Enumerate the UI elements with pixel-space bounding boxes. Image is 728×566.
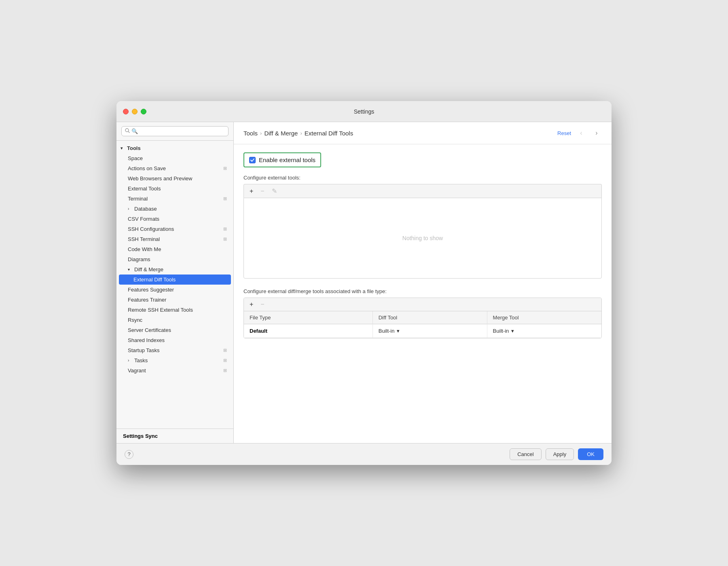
sidebar: ▾ Tools Space Actions on Save ⊞ Web Brow… [116, 122, 234, 443]
merge-tool-chevron-icon: ▾ [511, 328, 514, 334]
diff-tool-chevron-icon: ▾ [397, 328, 400, 334]
sidebar-item-tools[interactable]: ▾ Tools [116, 143, 233, 153]
merge-tool-select[interactable]: Built-in ▾ [493, 328, 514, 334]
sidebar-item-label: SSH Configurations [128, 226, 174, 232]
sidebar-item-web-browsers[interactable]: Web Browsers and Preview [116, 173, 233, 184]
col-header-diff-tool: Diff Tool [372, 311, 487, 324]
main-header: Tools › Diff & Merge › External Diff Too… [234, 122, 612, 144]
sidebar-item-label: Terminal [128, 196, 148, 202]
sidebar-item-label: SSH Terminal [128, 236, 160, 242]
grid-icon: ⊞ [223, 226, 227, 232]
sidebar-item-tasks[interactable]: › Tasks ⊞ [116, 355, 233, 365]
edit-tool-button[interactable]: ✎ [270, 186, 279, 196]
sidebar-item-diff-merge[interactable]: ▾ Diff & Merge [116, 264, 233, 275]
minimize-button[interactable] [132, 109, 138, 114]
sidebar-item-actions-on-save[interactable]: Actions on Save ⊞ [116, 163, 233, 173]
breadcrumb-sep-1: › [260, 130, 262, 136]
breadcrumb: Tools › Diff & Merge › External Diff Too… [243, 130, 353, 137]
chevron-right-icon: › [128, 207, 133, 211]
sidebar-item-features-suggester[interactable]: Features Suggester [116, 285, 233, 295]
reset-button[interactable]: Reset [557, 130, 571, 136]
grid-icon: ⊞ [223, 166, 227, 171]
sidebar-item-ssh-configurations[interactable]: SSH Configurations ⊞ [116, 224, 233, 234]
apply-button[interactable]: Apply [546, 448, 574, 460]
chevron-right-icon: › [128, 358, 133, 363]
table-toolbar: + − [244, 298, 601, 311]
sidebar-item-label: Diagrams [128, 256, 150, 262]
main-panel: Tools › Diff & Merge › External Diff Too… [234, 122, 612, 443]
chevron-down-icon: ▾ [121, 146, 125, 150]
configure-label: Configure external tools: [243, 175, 602, 181]
settings-sync[interactable]: Settings Sync [116, 429, 233, 443]
sidebar-item-label: Startup Tasks [128, 347, 160, 353]
remove-tool-button[interactable]: − [259, 186, 266, 196]
add-tool-button[interactable]: + [248, 186, 255, 196]
sidebar-item-code-with-me[interactable]: Code With Me [116, 244, 233, 254]
svg-line-1 [129, 132, 130, 133]
search-input-wrap[interactable] [121, 126, 229, 136]
search-input[interactable] [131, 128, 225, 134]
enable-external-tools-label: Enable external tools [259, 156, 315, 163]
sidebar-item-csv-formats[interactable]: CSV Formats [116, 214, 233, 224]
add-file-type-button[interactable]: + [248, 300, 255, 309]
empty-panel: Nothing to show [243, 198, 602, 279]
sidebar-item-label: Tasks [134, 357, 148, 363]
sidebar-item-label: Tools [127, 145, 141, 151]
maximize-button[interactable] [141, 109, 146, 114]
cell-diff-tool[interactable]: Built-in ▾ [372, 324, 487, 338]
settings-sync-label: Settings Sync [123, 433, 158, 439]
sidebar-item-label: Web Browsers and Preview [128, 175, 192, 182]
sidebar-item-label: Rsync [128, 317, 142, 323]
table-row: Default Built-in ▾ [244, 324, 601, 338]
close-button[interactable] [123, 109, 129, 114]
sidebar-item-space[interactable]: Space [116, 153, 233, 163]
sidebar-item-label: Features Suggester [128, 287, 174, 293]
cell-merge-tool[interactable]: Built-in ▾ [487, 324, 601, 338]
traffic-lights [123, 109, 146, 114]
file-type-table: File Type Diff Tool Merge Tool Default [244, 311, 601, 338]
merge-tool-value: Built-in [493, 328, 509, 334]
grid-icon: ⊞ [223, 196, 227, 201]
configure-toolbar: + − ✎ [243, 184, 602, 198]
search-icon [125, 128, 130, 134]
breadcrumb-current: External Diff Tools [305, 130, 353, 137]
sidebar-item-features-trainer[interactable]: Features Trainer [116, 295, 233, 305]
sidebar-item-remote-ssh[interactable]: Remote SSH External Tools [116, 305, 233, 315]
chevron-down-icon: ▾ [128, 267, 133, 272]
sidebar-item-terminal[interactable]: Terminal ⊞ [116, 194, 233, 204]
footer: ? Cancel Apply OK [116, 443, 612, 465]
remove-file-type-button[interactable]: − [259, 300, 266, 309]
grid-icon: ⊞ [223, 368, 227, 373]
sidebar-item-label: Space [128, 155, 143, 161]
sidebar-item-server-certificates[interactable]: Server Certificates [116, 325, 233, 335]
help-button[interactable]: ? [125, 450, 133, 459]
search-bar [116, 122, 233, 141]
grid-icon: ⊞ [223, 237, 227, 242]
sidebar-item-label: Server Certificates [128, 327, 171, 333]
sidebar-item-shared-indexes[interactable]: Shared Indexes [116, 335, 233, 345]
sidebar-item-database[interactable]: › Database [116, 204, 233, 214]
sidebar-item-label: Vagrant [128, 367, 146, 374]
main-content-area: ▾ Tools Space Actions on Save ⊞ Web Brow… [116, 122, 612, 443]
sidebar-item-external-diff-tools[interactable]: External Diff Tools [119, 275, 231, 285]
diff-tool-select[interactable]: Built-in ▾ [379, 328, 400, 334]
sidebar-item-external-tools[interactable]: External Tools [116, 184, 233, 194]
sidebar-item-vagrant[interactable]: Vagrant ⊞ [116, 365, 233, 376]
help-icon: ? [127, 451, 130, 457]
footer-right: Cancel Apply OK [510, 448, 603, 460]
sidebar-item-label: Actions on Save [128, 165, 166, 171]
sidebar-item-diagrams[interactable]: Diagrams [116, 254, 233, 264]
grid-icon: ⊞ [223, 358, 227, 363]
sidebar-item-rsync[interactable]: Rsync [116, 315, 233, 325]
enable-external-tools-checkbox[interactable] [249, 157, 256, 163]
sidebar-item-label: External Tools [128, 186, 161, 192]
cancel-button[interactable]: Cancel [510, 448, 541, 460]
forward-button[interactable]: › [591, 128, 602, 138]
sidebar-item-startup-tasks[interactable]: Startup Tasks ⊞ [116, 345, 233, 355]
nothing-to-show-label: Nothing to show [402, 235, 443, 241]
cell-file-type: Default [244, 324, 372, 338]
ok-button[interactable]: OK [578, 448, 603, 460]
header-actions: Reset ‹ › [557, 128, 602, 138]
back-button[interactable]: ‹ [576, 128, 586, 138]
sidebar-item-ssh-terminal[interactable]: SSH Terminal ⊞ [116, 234, 233, 244]
